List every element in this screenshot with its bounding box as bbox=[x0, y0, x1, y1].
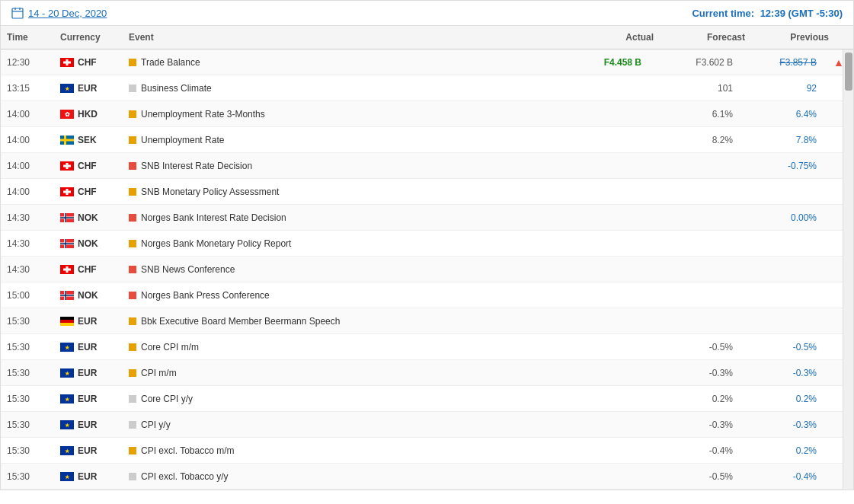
table-row[interactable]: 14:30 NOK Norges Bank Interest Rate Deci… bbox=[1, 205, 843, 231]
importance-icon bbox=[129, 447, 136, 455]
flag-eur: ★ bbox=[60, 368, 74, 378]
importance-icon bbox=[129, 85, 136, 92]
date-range[interactable]: 14 - 20 Dec, 2020 bbox=[11, 7, 107, 19]
cell-previous: 7.8% bbox=[744, 132, 827, 148]
table-row[interactable]: 12:30 CHF Trade Balance F4.458 B F3.602 … bbox=[1, 49, 843, 75]
cell-forecast: 0.2% bbox=[652, 391, 744, 407]
cell-time: 14:30 bbox=[1, 261, 54, 278]
calendar-icon bbox=[11, 7, 24, 19]
cell-previous: -0.3% bbox=[744, 365, 827, 381]
cell-forecast bbox=[652, 189, 744, 195]
cell-time: 15:30 bbox=[1, 391, 54, 407]
table-row[interactable]: 14:00 CHF SNB Monetary Policy Assessment bbox=[1, 179, 843, 205]
cell-time: 13:15 bbox=[1, 80, 54, 97]
cell-actual bbox=[561, 266, 652, 273]
cell-currency: CHF bbox=[54, 261, 123, 278]
event-name: Unemployment Rate 3-Months bbox=[141, 109, 265, 120]
svg-rect-57 bbox=[129, 369, 136, 377]
currency-code: NOK bbox=[78, 212, 98, 223]
event-name: Unemployment Rate bbox=[141, 135, 224, 145]
cell-previous: -0.4% bbox=[744, 468, 827, 485]
cell-event: Unemployment Rate bbox=[123, 132, 561, 148]
current-time-label: Current time: bbox=[692, 8, 754, 19]
table-row[interactable]: 15:30 ★ EUR Core CPI y/y 0.2% 0.2% bbox=[1, 386, 843, 412]
svg-text:★: ★ bbox=[65, 345, 70, 350]
flag-eur: ★ bbox=[60, 446, 74, 455]
event-name: Bbk Executive Board Member Beermann Spee… bbox=[141, 316, 340, 327]
svg-rect-13 bbox=[129, 110, 136, 118]
importance-icon bbox=[129, 136, 136, 144]
cell-actual bbox=[561, 85, 652, 91]
table-row[interactable]: 14:00 SEK Unemployment Rate 8.2% 7.8% bbox=[1, 127, 843, 153]
svg-text:✿: ✿ bbox=[65, 111, 70, 118]
flag-eur: ★ bbox=[60, 472, 74, 481]
cell-actual bbox=[561, 137, 652, 143]
importance-icon bbox=[129, 421, 136, 429]
currency-code: CHF bbox=[78, 187, 97, 197]
flag-eur: ★ bbox=[60, 343, 74, 352]
currency-code: EUR bbox=[78, 419, 97, 430]
col-time: Time bbox=[1, 30, 54, 44]
cell-forecast bbox=[652, 215, 744, 221]
importance-icon bbox=[129, 317, 136, 325]
flag-chf bbox=[60, 161, 74, 171]
cell-forecast bbox=[652, 292, 744, 298]
cell-currency: ★ EUR bbox=[54, 468, 123, 485]
cell-forecast bbox=[652, 241, 744, 247]
cell-previous: -0.75% bbox=[744, 158, 827, 174]
svg-text:★: ★ bbox=[65, 474, 70, 480]
cell-actual bbox=[561, 474, 652, 480]
cell-forecast: F3.602 B bbox=[652, 54, 744, 71]
table-row[interactable]: 15:00 NOK Norges Bank Press Conference bbox=[1, 282, 843, 308]
flag-chf bbox=[60, 58, 74, 67]
table-row[interactable]: 15:30 ★ EUR Core CPI m/m -0.5% -0.5% bbox=[1, 334, 843, 360]
importance-icon bbox=[129, 473, 136, 480]
cell-previous: -0.5% bbox=[744, 339, 827, 356]
cell-currency: ★ EUR bbox=[54, 365, 123, 381]
scrollbar-thumb[interactable] bbox=[845, 53, 852, 91]
cell-event: CPI excl. Tobacco m/m bbox=[123, 442, 561, 459]
table-row[interactable]: 14:00 ✿ HKD Unemployment Rate 3-Months 6… bbox=[1, 101, 843, 127]
svg-rect-10 bbox=[129, 85, 136, 92]
table-row[interactable]: 15:30 EUR Bbk Executive Board Member Bee… bbox=[1, 308, 843, 334]
cell-currency: ★ EUR bbox=[54, 339, 123, 356]
table-row[interactable]: 13:15 ★ EUR Business Climate 101 92 bbox=[1, 75, 843, 101]
cell-event: SNB Interest Rate Decision bbox=[123, 158, 561, 174]
cell-currency: CHF bbox=[54, 183, 123, 200]
svg-rect-41 bbox=[129, 266, 136, 273]
flag-hkd: ✿ bbox=[60, 110, 74, 119]
cell-previous: F3.857 B bbox=[744, 54, 827, 71]
table-row[interactable]: 15:30 ★ EUR CPI y/y -0.3% -0.3% bbox=[1, 412, 843, 438]
cell-event: CPI m/m bbox=[123, 365, 561, 381]
cell-event: CPI excl. Tobacco y/y bbox=[123, 468, 561, 485]
main-container: 14 - 20 Dec, 2020 Current time: 12:39 (G… bbox=[0, 0, 854, 490]
svg-text:★: ★ bbox=[65, 371, 70, 376]
svg-rect-47 bbox=[129, 292, 136, 299]
cell-time: 15:30 bbox=[1, 313, 54, 330]
cell-time: 14:00 bbox=[1, 183, 54, 200]
table-row[interactable]: 14:30 NOK Norges Bank Monetary Policy Re… bbox=[1, 231, 843, 257]
table-row[interactable]: 14:00 CHF SNB Interest Rate Decision -0.… bbox=[1, 153, 843, 179]
table-row[interactable]: 14:30 CHF SNB News Conference bbox=[1, 257, 843, 282]
svg-rect-40 bbox=[63, 268, 71, 270]
cell-forecast bbox=[652, 266, 744, 273]
cell-actual bbox=[561, 396, 652, 402]
table-row[interactable]: 15:30 ★ EUR CPI excl. Tobacco y/y -0.5% … bbox=[1, 464, 843, 490]
table-row[interactable]: 15:30 ★ EUR CPI m/m -0.3% -0.3% bbox=[1, 360, 843, 386]
cell-event: Norges Bank Interest Rate Decision bbox=[123, 209, 561, 226]
top-bar: 14 - 20 Dec, 2020 Current time: 12:39 (G… bbox=[1, 1, 853, 26]
cell-previous: 0.2% bbox=[744, 391, 827, 407]
event-name: Norges Bank Interest Rate Decision bbox=[141, 212, 286, 223]
table-row[interactable]: 15:30 ★ EUR CPI excl. Tobacco m/m -0.4% … bbox=[1, 438, 843, 464]
arrow-indicator: ▲ bbox=[827, 53, 843, 72]
svg-rect-60 bbox=[129, 395, 136, 403]
cell-time: 14:00 bbox=[1, 132, 54, 148]
scrollbar[interactable] bbox=[843, 49, 853, 490]
col-event: Event bbox=[123, 30, 571, 44]
event-name: CPI m/m bbox=[141, 368, 177, 378]
table-body: 12:30 CHF Trade Balance F4.458 B F3.602 … bbox=[1, 49, 843, 490]
importance-icon bbox=[129, 162, 136, 170]
cell-currency: EUR bbox=[54, 313, 123, 330]
cell-actual bbox=[561, 111, 652, 117]
cell-event: Core CPI m/m bbox=[123, 339, 561, 356]
